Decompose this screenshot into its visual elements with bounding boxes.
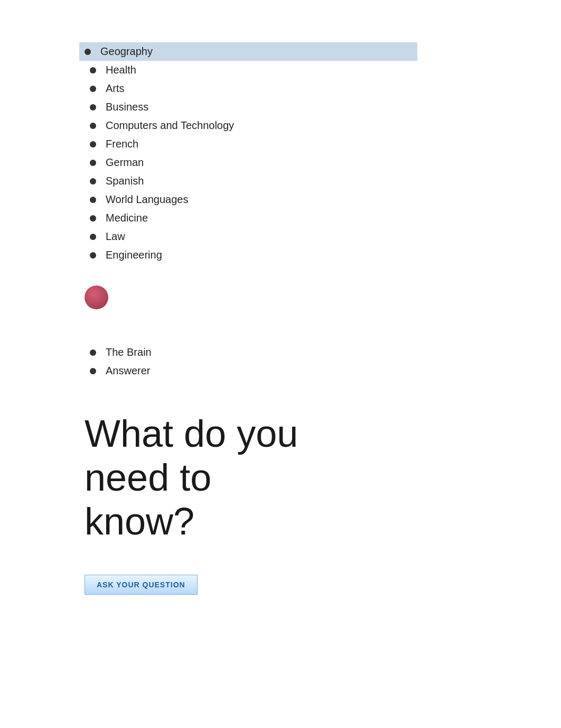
category-list-item[interactable]: Medicine xyxy=(85,209,561,227)
category-label: Law xyxy=(106,231,125,243)
ask-question-button[interactable]: ASK YOUR QUESTION xyxy=(85,575,198,595)
category-list: GeographyHealthArtsBusinessComputers and… xyxy=(85,42,561,264)
category-label: Health xyxy=(106,64,136,76)
category-label: Spanish xyxy=(106,175,144,187)
category-label: Arts xyxy=(106,82,125,95)
bullet-icon xyxy=(90,86,96,92)
category-list-item[interactable]: Arts xyxy=(85,79,561,98)
category-list-item[interactable]: German xyxy=(85,153,561,172)
bullet-icon xyxy=(85,49,91,55)
category-label: Geography xyxy=(100,45,153,58)
bullet-icon xyxy=(90,252,96,259)
bullet-icon xyxy=(90,349,96,356)
bullet-icon xyxy=(90,197,96,203)
category-list-item[interactable]: Law xyxy=(85,227,561,246)
category-list-item[interactable]: Engineering xyxy=(85,246,561,264)
bullet-icon xyxy=(90,178,96,185)
bottom-list-label: The Brain xyxy=(106,346,152,358)
category-list-item[interactable]: French xyxy=(85,135,561,153)
main-container: GeographyHealthArtsBusinessComputers and… xyxy=(0,0,561,595)
pink-dot-icon xyxy=(85,285,108,309)
category-list-item[interactable]: World Languages xyxy=(85,190,561,209)
category-label: Computers and Technology xyxy=(106,119,234,132)
bullet-icon xyxy=(90,368,96,374)
category-list-item[interactable]: Health xyxy=(85,61,561,79)
bottom-list-label: Answerer xyxy=(106,365,150,377)
bullet-icon xyxy=(90,234,96,240)
bullet-icon xyxy=(90,104,96,110)
bottom-list-item[interactable]: Answerer xyxy=(85,362,561,380)
category-label: World Languages xyxy=(106,193,188,206)
bullet-icon xyxy=(90,160,96,166)
category-label: Engineering xyxy=(106,249,162,261)
bottom-list: The BrainAnswerer xyxy=(85,343,561,380)
bullet-icon xyxy=(90,123,96,129)
category-label: German xyxy=(106,156,144,169)
category-list-item[interactable]: Computers and Technology xyxy=(85,116,561,135)
category-label: Business xyxy=(106,101,148,113)
category-list-item[interactable]: Geography xyxy=(79,42,417,61)
category-list-item[interactable]: Business xyxy=(85,98,561,116)
headline: What do you need to know? xyxy=(85,412,380,543)
pink-dot-container xyxy=(85,285,561,311)
bullet-icon xyxy=(90,215,96,222)
bullet-icon xyxy=(90,141,96,148)
category-label: French xyxy=(106,138,138,150)
category-label: Medicine xyxy=(106,212,148,224)
bottom-list-item[interactable]: The Brain xyxy=(85,343,561,362)
category-list-item[interactable]: Spanish xyxy=(85,172,561,190)
bullet-icon xyxy=(90,67,96,73)
